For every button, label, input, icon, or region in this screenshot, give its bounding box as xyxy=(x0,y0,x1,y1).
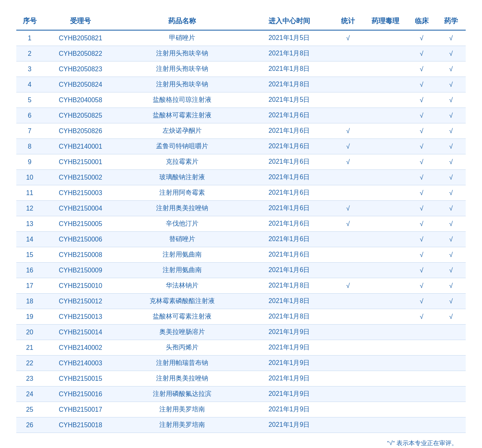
cell-id: 13 xyxy=(16,216,43,232)
cell-date: 2021年1月8日 xyxy=(247,278,332,294)
checkmark-icon: √ xyxy=(420,220,423,227)
checkmark-icon: √ xyxy=(449,189,453,196)
cell-id: 12 xyxy=(16,201,43,216)
checkmark-icon: √ xyxy=(420,158,423,165)
cell-name: 孟鲁司特钠咀嚼片 xyxy=(118,139,246,154)
cell-id: 26 xyxy=(16,417,43,433)
cell-id: 15 xyxy=(16,247,43,263)
cell-clinic: √ xyxy=(407,201,436,216)
cell-clinic: √ xyxy=(407,139,436,154)
cell-id: 19 xyxy=(16,309,43,325)
table-row: 4CYHB2050824注射用头孢呋辛钠2021年1月8日√√ xyxy=(16,77,466,92)
cell-reception: CYHB2150009 xyxy=(43,263,118,278)
cell-id: 24 xyxy=(16,387,43,402)
cell-date: 2021年1月8日 xyxy=(247,61,332,77)
cell-date: 2021年1月6日 xyxy=(247,247,332,263)
cell-id: 7 xyxy=(16,123,43,139)
cell-pharm-tox xyxy=(364,247,407,263)
cell-reception: CYHB2050825 xyxy=(43,108,118,123)
checkmark-icon: √ xyxy=(420,189,423,196)
cell-pharm-tox xyxy=(364,216,407,232)
cell-pharmacy xyxy=(436,340,466,356)
cell-date: 2021年1月8日 xyxy=(247,309,332,325)
cell-date: 2021年1月6日 xyxy=(247,154,332,170)
checkmark-icon: √ xyxy=(420,251,423,258)
main-container: 序号 受理号 药品名称 进入中心时间 统计 药理毒理 临床 药学 1CYHB20… xyxy=(8,8,474,448)
cell-reception: CYHB2050826 xyxy=(43,123,118,139)
cell-clinic: √ xyxy=(407,216,436,232)
cell-clinic xyxy=(407,402,436,417)
cell-clinic: √ xyxy=(407,46,436,61)
checkmark-icon: √ xyxy=(346,127,350,134)
table-row: 13CYHB2150005辛伐他汀片2021年1月6日√√√ xyxy=(16,216,466,232)
cell-clinic xyxy=(407,371,436,387)
cell-pharm-tox xyxy=(364,232,407,247)
cell-name: 甲硝唑片 xyxy=(118,30,246,46)
checkmark-icon: √ xyxy=(449,220,453,227)
cell-clinic: √ xyxy=(407,77,436,92)
checkmark-icon: √ xyxy=(449,267,453,274)
cell-pharm-tox xyxy=(364,387,407,402)
cell-pharmacy xyxy=(436,402,466,417)
cell-name: 注射用氨曲南 xyxy=(118,263,246,278)
cell-stat xyxy=(332,61,364,77)
cell-reception: CYHB2140002 xyxy=(43,340,118,356)
cell-date: 2021年1月9日 xyxy=(247,356,332,371)
cell-clinic xyxy=(407,325,436,340)
cell-stat xyxy=(332,340,364,356)
table-row: 24CYHB2150016注射用磷酸氟达拉滨2021年1月9日 xyxy=(16,387,466,402)
cell-pharmacy: √ xyxy=(436,309,466,325)
cell-pharm-tox xyxy=(364,30,407,46)
cell-date: 2021年1月6日 xyxy=(247,123,332,139)
cell-clinic: √ xyxy=(407,232,436,247)
cell-clinic: √ xyxy=(407,108,436,123)
checkmark-icon: √ xyxy=(420,35,423,42)
checkmark-icon: √ xyxy=(420,97,423,103)
cell-pharm-tox xyxy=(364,92,407,108)
cell-id: 23 xyxy=(16,371,43,387)
cell-clinic: √ xyxy=(407,30,436,46)
cell-stat: √ xyxy=(332,139,364,154)
cell-pharmacy: √ xyxy=(436,294,466,309)
cell-date: 2021年1月9日 xyxy=(247,340,332,356)
checkmark-icon: √ xyxy=(449,158,453,165)
cell-id: 2 xyxy=(16,46,43,61)
cell-stat: √ xyxy=(332,201,364,216)
cell-id: 16 xyxy=(16,263,43,278)
checkmark-icon: √ xyxy=(346,158,350,165)
cell-id: 9 xyxy=(16,154,43,170)
cell-reception: CYHB2140003 xyxy=(43,356,118,371)
checkmark-icon: √ xyxy=(420,313,423,320)
table-row: 11CYHB2150003注射用阿奇霉素2021年1月6日√√ xyxy=(16,185,466,201)
cell-pharmacy: √ xyxy=(436,170,466,185)
checkmark-icon: √ xyxy=(449,298,453,305)
cell-stat xyxy=(332,77,364,92)
table-row: 14CYHB2150006替硝唑片2021年1月6日√√ xyxy=(16,232,466,247)
cell-reception: CYHB2150005 xyxy=(43,216,118,232)
cell-reception: CYHB2050824 xyxy=(43,77,118,92)
cell-pharm-tox xyxy=(364,123,407,139)
table-row: 2CYHB2050822注射用头孢呋辛钠2021年1月8日√√ xyxy=(16,46,466,61)
cell-id: 11 xyxy=(16,185,43,201)
cell-name: 注射用头孢呋辛钠 xyxy=(118,77,246,92)
checkmark-icon: √ xyxy=(449,282,453,289)
checkmark-icon: √ xyxy=(420,143,423,150)
cell-reception: CYHB2050821 xyxy=(43,30,118,46)
table-row: 21CYHB2140002头孢丙烯片2021年1月9日 xyxy=(16,340,466,356)
cell-id: 18 xyxy=(16,294,43,309)
cell-date: 2021年1月6日 xyxy=(247,232,332,247)
cell-reception: CYHB2150001 xyxy=(43,154,118,170)
table-row: 10CYHB2150002玻璃酸钠注射液2021年1月6日√√ xyxy=(16,170,466,185)
cell-reception: CYHB2150016 xyxy=(43,387,118,402)
cell-pharmacy: √ xyxy=(436,154,466,170)
checkmark-icon: √ xyxy=(346,35,350,42)
cell-pharm-tox xyxy=(364,325,407,340)
cell-pharm-tox xyxy=(364,185,407,201)
table-row: 12CYHB2150004注射用奥美拉唑钠2021年1月6日√√√ xyxy=(16,201,466,216)
checkmark-icon: √ xyxy=(449,236,453,243)
cell-pharm-tox xyxy=(364,139,407,154)
cell-clinic xyxy=(407,356,436,371)
cell-name: 注射用美罗培南 xyxy=(118,402,246,417)
cell-pharmacy xyxy=(436,325,466,340)
cell-name: 注射用头孢呋辛钠 xyxy=(118,46,246,61)
